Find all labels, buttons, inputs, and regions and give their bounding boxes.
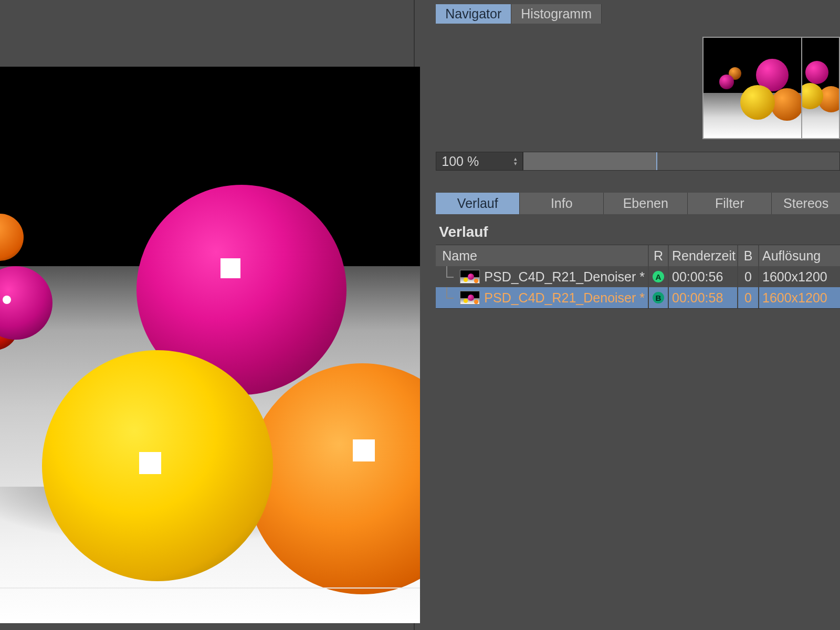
col-aufloesung[interactable]: Auflösung [759,245,840,266]
zoom-stepper[interactable]: ▴ ▾ [514,156,517,166]
tab-ebenen[interactable]: Ebenen [604,193,688,214]
tab-filter[interactable]: Filter [688,193,772,214]
row-name: PSD_C4D_R21_Denoiser * [484,290,645,306]
zoom-value: 100 % [442,154,479,169]
section-title: Verlauf [439,224,840,240]
navigator-thumb-a[interactable] [702,37,802,139]
navigator-tabs: Navigator Histogramm [436,4,840,24]
history-table: Name R Renderzeit B Auflösung PSD_C4D_R2… [436,245,840,309]
zoom-input[interactable]: 100 % ▴ ▾ [436,152,523,171]
row-resolution: 840x630 [759,287,840,308]
chevron-down-icon[interactable]: ▾ [514,161,517,166]
render-image[interactable] [0,67,420,623]
tab-info[interactable]: Info [520,193,604,214]
table-row[interactable]: PSD_C4D_R21_Denoiser * B 00:00:58 0 1600… [436,287,840,308]
navigator-thumb-b[interactable] [802,37,840,139]
zoom-slider[interactable] [523,152,840,171]
ab-badge-b[interactable]: B [653,292,664,303]
render-viewport [0,0,414,630]
row-b: 0 [738,266,759,287]
zoom-slider-handle[interactable] [656,152,657,170]
tab-stereos[interactable]: Stereos [772,193,840,214]
col-renderzeit[interactable]: Renderzeit [669,245,738,266]
row-thumbnail [460,270,480,284]
sphere-far-orange [0,214,24,261]
sphere-yellow [42,350,273,581]
col-r[interactable]: R [649,245,669,266]
row-thumbnail [460,291,480,304]
row-name: PSD_C4D_R21_Denoiser * [484,269,645,285]
row-b: 0 [738,287,759,308]
table-row[interactable]: PSD_C4D_R21_Denoiser * A 00:00:56 0 1600… [436,266,840,287]
row-rendertime: 00:00:56 [669,266,738,287]
tab-histogram[interactable]: Histogramm [511,4,602,24]
tree-connector-icon [443,266,456,287]
col-b[interactable]: B [738,245,759,266]
zoom-row: 100 % ▴ ▾ [436,152,840,171]
row-resolution: 840x630 [759,266,840,287]
table-header: Name R Renderzeit B Auflösung [436,245,840,266]
side-panel: Navigator Histogramm 100 % ▴ ▾ [414,0,840,630]
ab-compare-line[interactable] [0,587,420,589]
navigator-preview [436,30,840,145]
col-name[interactable]: Name [436,245,649,266]
tab-navigator[interactable]: Navigator [436,4,511,24]
row-rendertime: 00:00:58 [669,287,738,308]
tree-connector-icon [443,287,456,308]
ab-badge-a[interactable]: A [653,271,664,282]
history-tabs: Verlauf Info Ebenen Filter Stereos [436,193,840,214]
tab-verlauf[interactable]: Verlauf [436,193,520,214]
